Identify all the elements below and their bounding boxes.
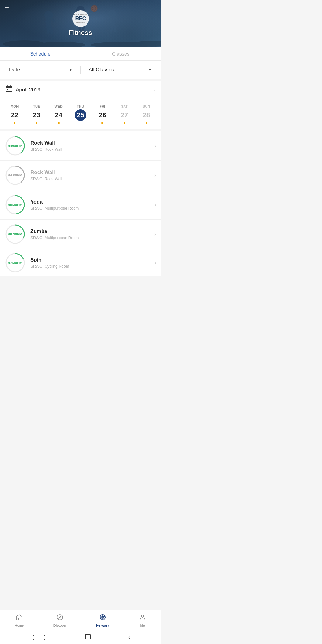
schedule-item-4[interactable]: 06:30PM Zumba SRWC, Multipurpose Room › [0,220,161,249]
chevron-right-4: › [154,231,156,238]
svg-rect-17 [110,17,115,26]
day-num-tue[interactable]: 23 [31,109,42,121]
day-col-sun[interactable]: SUN 28 [135,104,157,124]
day-col-wed[interactable]: WED 24 [48,104,70,124]
day-num-thu[interactable]: 25 [75,109,86,121]
day-name-sun: SUN [143,104,150,108]
hero-section: ← ASHBURN REC AT WICHITA Fitness [0,0,161,47]
day-dot-thu [80,122,81,124]
tab-schedule[interactable]: Schedule [0,47,80,60]
date-filter[interactable]: Date ▼ [5,64,77,76]
time-text-4: 06:30PM [8,232,22,236]
day-col-tue[interactable]: TUE 23 [26,104,47,124]
schedule-location-2: SRWC, Rock Wall [30,176,152,181]
day-num-fri[interactable]: 26 [97,109,108,121]
schedule-location-1: SRWC, Rock Wall [30,147,152,152]
calendar-month-text: April, 2019 [16,87,40,93]
schedule-location-5: SRWC, Cycling Room [30,264,152,269]
svg-rect-21 [113,25,116,32]
chevron-right-3: › [154,202,156,208]
schedule-name-5: Spin [30,257,152,263]
schedule-list: 04:00PM Rock Wall SRWC, Rock Wall › 04:0… [0,131,161,276]
schedule-item-2[interactable]: 04:00PM Rock Wall SRWC, Rock Wall › [0,161,161,190]
classes-dropdown-arrow: ▼ [148,68,152,72]
day-dot-mon [14,122,15,124]
day-col-fri[interactable]: FRI 26 [91,104,113,124]
day-dot-tue [36,122,37,124]
day-name-mon: MON [11,104,19,108]
time-text-1: 04:00PM [8,144,22,148]
svg-rect-5 [46,19,51,28]
svg-rect-7 [51,19,55,22]
time-circle-3: 05:30PM [5,194,26,215]
time-text-3: 05:30PM [8,203,22,207]
day-num-sat[interactable]: 27 [119,109,130,121]
chevron-right-5: › [154,260,156,266]
day-dot-wed [58,122,60,124]
days-row: MON 22 TUE 23 WED 24 THU 25 FRI 26 [0,99,161,129]
svg-rect-8 [47,27,50,34]
time-text-2: 04:00PM [8,173,22,177]
calendar-chevron-icon: ⌄ [152,87,156,92]
day-col-thu[interactable]: THU 25 [70,104,91,124]
schedule-location-3: SRWC, Multipurpose Room [30,206,152,211]
svg-rect-20 [110,25,114,32]
hero-title: Fitness [69,29,92,37]
time-circle-4: 06:30PM [5,224,26,245]
schedule-name-2: Rock Wall [30,170,152,176]
schedule-info-5: Spin SRWC, Cycling Room [30,257,152,269]
svg-rect-28 [9,89,9,90]
schedule-name-3: Yoga [30,199,152,205]
day-name-fri: FRI [100,104,105,108]
day-col-sat[interactable]: SAT 27 [113,104,135,124]
tab-classes[interactable]: Classes [80,47,161,60]
time-circle-5: 07:30PM [5,252,26,273]
schedule-info-4: Zumba SRWC, Multipurpose Room [30,228,152,240]
filter-bar: Date ▼ All Classes ▼ [0,61,161,79]
day-num-sun[interactable]: 28 [141,109,152,121]
day-name-thu: THU [77,104,84,108]
chevron-right-1: › [154,143,156,149]
calendar-header[interactable]: April, 2019 ⌄ [0,81,161,99]
day-num-wed[interactable]: 24 [53,109,64,121]
day-dot-sun [146,122,147,124]
classes-filter[interactable]: All Classes ▼ [84,64,156,76]
schedule-location-4: SRWC, Multipurpose Room [30,235,152,240]
day-dot-fri [101,122,103,124]
calendar-icon [5,85,13,94]
day-dot-sat [124,122,125,124]
svg-rect-18 [106,18,111,21]
schedule-item-3[interactable]: 05:30PM Yoga SRWC, Multipurpose Room › [0,190,161,220]
filter-divider [80,66,81,74]
svg-point-1 [36,42,85,47]
day-name-sat: SAT [121,104,128,108]
schedule-item-5[interactable]: 07:30PM Spin SRWC, Cycling Room › [0,249,161,276]
calendar-month-display: April, 2019 [5,85,40,94]
svg-rect-27 [7,89,8,90]
hero-logo: ASHBURN REC AT WICHITA Fitness [69,10,92,37]
logo-text: ASHBURN REC AT WICHITA [74,13,87,24]
logo-circle: ASHBURN REC AT WICHITA [72,10,89,27]
day-name-tue: TUE [33,104,40,108]
schedule-name-1: Rock Wall [30,140,152,146]
schedule-item-1[interactable]: 04:00PM Rock Wall SRWC, Rock Wall › [0,131,161,161]
day-name-wed: WED [54,104,63,108]
weekday-headers: MON 22 TUE 23 WED 24 THU 25 FRI 26 [1,101,160,126]
back-button[interactable]: ← [4,4,10,11]
day-col-mon[interactable]: MON 22 [4,104,26,124]
schedule-info-3: Yoga SRWC, Multipurpose Room [30,199,152,211]
schedule-name-4: Zumba [30,228,152,235]
tab-bar: Schedule Classes [0,47,161,61]
time-circle-2: 04:00PM [5,165,26,186]
time-text-5: 07:30PM [8,261,22,265]
svg-point-4 [44,11,53,19]
schedule-info-1: Rock Wall SRWC, Rock Wall [30,140,152,152]
time-circle-1: 04:00PM [5,135,26,156]
svg-rect-9 [50,27,53,34]
day-num-mon[interactable]: 22 [9,109,20,121]
schedule-info-2: Rock Wall SRWC, Rock Wall [30,170,152,181]
chevron-right-2: › [154,172,156,179]
date-dropdown-arrow: ▼ [69,68,73,72]
svg-point-16 [108,10,116,18]
